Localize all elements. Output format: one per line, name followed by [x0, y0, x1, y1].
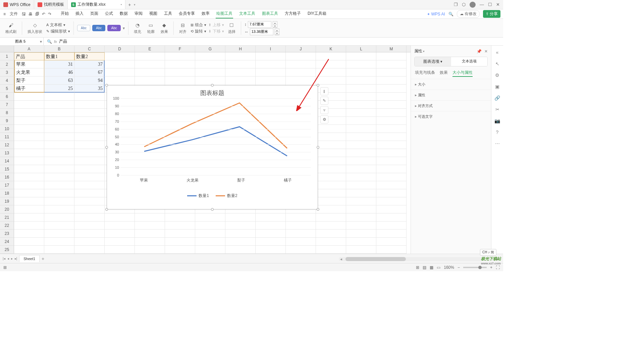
screenshot-icon[interactable]: 📷	[494, 117, 501, 124]
effect-button[interactable]: ◆效果	[159, 22, 170, 34]
fx-icon[interactable]: fx	[54, 40, 57, 44]
cell[interactable]	[256, 246, 286, 254]
undo-icon[interactable]: ↶	[41, 12, 46, 16]
row-header[interactable]: 5	[0, 85, 14, 93]
cell[interactable]	[14, 173, 44, 181]
col-header[interactable]: F	[165, 46, 195, 52]
tab-diy[interactable]: DIY工具箱	[307, 9, 327, 18]
cell[interactable]	[105, 230, 135, 238]
cell[interactable]	[376, 197, 407, 205]
col-header[interactable]: I	[256, 46, 286, 52]
cell[interactable]	[74, 213, 105, 221]
cell[interactable]	[74, 221, 105, 230]
cell[interactable]	[346, 246, 376, 254]
tab-efficiency[interactable]: 效率	[201, 9, 210, 18]
cell[interactable]	[346, 109, 376, 117]
height-input[interactable]	[248, 21, 271, 28]
zoom-value[interactable]: 160%	[444, 265, 454, 270]
cell[interactable]	[316, 125, 346, 133]
cell[interactable]	[286, 238, 316, 246]
resize-handle[interactable]	[211, 84, 214, 87]
cell[interactable]	[44, 238, 74, 246]
legend-item[interactable]: 数量1	[187, 193, 209, 199]
cell[interactable]: 产品	[14, 52, 44, 60]
col-header[interactable]: D	[105, 46, 135, 52]
cell[interactable]	[44, 101, 74, 109]
cell[interactable]	[14, 197, 44, 205]
cell[interactable]	[165, 238, 195, 246]
cell[interactable]	[74, 157, 105, 165]
tab-workbook[interactable]: S工作簿数量.xlsx•	[68, 0, 126, 9]
view-normal-icon[interactable]: ⊞	[416, 265, 419, 270]
spreadsheet[interactable]: A B C D E F G H I J K L M 1产品数量1数量22苹果31…	[0, 46, 411, 254]
cell[interactable]	[376, 125, 407, 133]
cell[interactable]	[316, 133, 346, 141]
cell[interactable]	[376, 52, 407, 60]
cell[interactable]	[14, 125, 44, 133]
cell[interactable]	[376, 117, 407, 125]
fill-button[interactable]: ◔填充	[132, 22, 143, 34]
tab-text-tools[interactable]: 文本工具	[238, 9, 256, 18]
row-header[interactable]: 12	[0, 141, 14, 149]
cell[interactable]	[135, 68, 165, 77]
cell[interactable]	[376, 238, 407, 246]
cell[interactable]	[14, 246, 44, 254]
cell[interactable]	[376, 230, 407, 238]
row-header[interactable]: 6	[0, 93, 14, 101]
row-header[interactable]: 15	[0, 165, 14, 173]
cell[interactable]	[14, 181, 44, 189]
cell[interactable]: 31	[44, 60, 74, 68]
cell[interactable]	[195, 52, 225, 60]
cell[interactable]	[346, 133, 376, 141]
cell[interactable]	[74, 238, 105, 246]
cell[interactable]	[74, 246, 105, 254]
cell[interactable]	[105, 221, 135, 230]
cell[interactable]	[14, 165, 44, 173]
cell[interactable]	[135, 221, 165, 230]
cell[interactable]	[135, 52, 165, 60]
cell[interactable]	[225, 52, 256, 60]
cell[interactable]	[376, 221, 407, 230]
cell[interactable]	[376, 149, 407, 157]
cell[interactable]	[165, 221, 195, 230]
cell[interactable]	[346, 68, 376, 77]
cell[interactable]	[74, 205, 105, 213]
tab-data[interactable]: 数据	[119, 9, 128, 18]
cell[interactable]	[105, 246, 135, 254]
cell[interactable]	[14, 117, 44, 125]
cell[interactable]	[256, 52, 286, 60]
cell[interactable]	[316, 197, 346, 205]
cell[interactable]	[316, 77, 346, 85]
cell[interactable]: 35	[74, 85, 105, 93]
cell[interactable]	[316, 173, 346, 181]
wps-ai-button[interactable]: ✦ WPS AI	[427, 12, 445, 16]
cell[interactable]	[14, 189, 44, 197]
redo-icon[interactable]: ↷	[47, 12, 52, 16]
cell[interactable]	[44, 205, 74, 213]
settings-icon[interactable]: ⚙	[494, 72, 501, 79]
window-close-icon[interactable]: ✕	[496, 2, 500, 7]
cell[interactable]	[256, 77, 286, 85]
row-header[interactable]: 3	[0, 68, 14, 77]
cell[interactable]	[286, 213, 316, 221]
cell[interactable]	[44, 93, 74, 101]
cell[interactable]	[105, 77, 135, 85]
cell[interactable]	[376, 77, 407, 85]
crop-icon[interactable]: ✂	[494, 106, 501, 113]
cell[interactable]	[135, 246, 165, 254]
pin-icon[interactable]: 📌	[477, 49, 482, 54]
cell[interactable]	[105, 68, 135, 77]
cell[interactable]	[316, 205, 346, 213]
cell[interactable]	[14, 149, 44, 157]
cell[interactable]	[74, 230, 105, 238]
window-maximize-icon[interactable]: ☐	[488, 2, 492, 7]
resize-handle[interactable]	[211, 208, 214, 211]
tab-chart-tools[interactable]: 图表工具	[261, 9, 279, 18]
formula-input[interactable]	[59, 39, 160, 44]
cell[interactable]	[286, 77, 316, 85]
col-header[interactable]: J	[286, 46, 316, 52]
cell[interactable]	[376, 93, 407, 101]
name-box[interactable]: ▾	[0, 38, 44, 45]
cell[interactable]	[74, 101, 105, 109]
cell[interactable]	[346, 197, 376, 205]
